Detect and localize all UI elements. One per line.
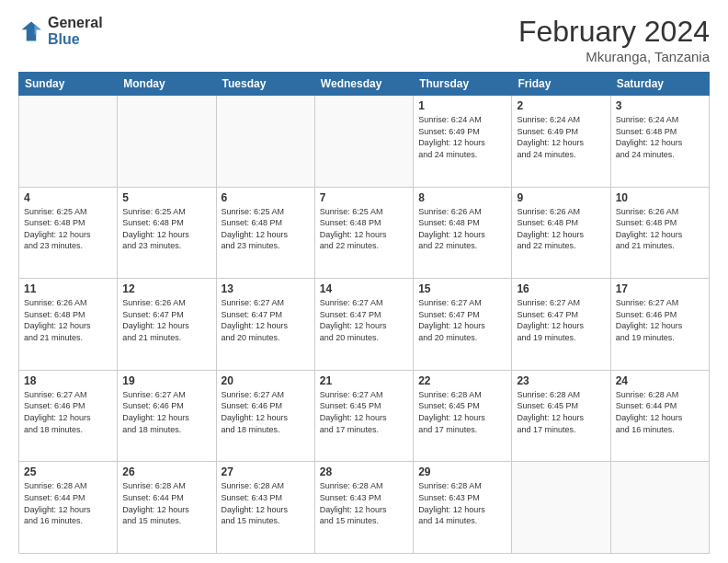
- day-info: Sunrise: 6:27 AM Sunset: 6:47 PM Dayligh…: [222, 297, 310, 343]
- calendar-cell: [19, 96, 118, 188]
- day-info: Sunrise: 6:24 AM Sunset: 6:49 PM Dayligh…: [418, 114, 506, 160]
- calendar-cell: 24Sunrise: 6:28 AM Sunset: 6:44 PM Dayli…: [610, 370, 709, 462]
- day-info: Sunrise: 6:25 AM Sunset: 6:48 PM Dayligh…: [24, 206, 112, 252]
- calendar-cell: 8Sunrise: 6:26 AM Sunset: 6:48 PM Daylig…: [414, 187, 512, 279]
- day-info: Sunrise: 6:28 AM Sunset: 6:44 PM Dayligh…: [616, 389, 704, 435]
- day-info: Sunrise: 6:27 AM Sunset: 6:46 PM Dayligh…: [24, 389, 112, 435]
- calendar-cell: 2Sunrise: 6:24 AM Sunset: 6:49 PM Daylig…: [512, 96, 610, 188]
- day-number: 8: [418, 191, 506, 204]
- day-number: 2: [517, 99, 605, 112]
- calendar-table: SundayMondayTuesdayWednesdayThursdayFrid…: [18, 72, 710, 554]
- day-number: 10: [616, 191, 704, 204]
- day-number: 28: [320, 465, 408, 478]
- day-number: 16: [517, 282, 605, 295]
- header: General Blue February 2024 Mkuranga, Tan…: [18, 15, 710, 64]
- calendar-cell: 22Sunrise: 6:28 AM Sunset: 6:45 PM Dayli…: [414, 370, 512, 462]
- calendar-cell: 19Sunrise: 6:27 AM Sunset: 6:46 PM Dayli…: [118, 370, 216, 462]
- calendar-cell: [216, 96, 314, 188]
- svg-marker-0: [22, 21, 41, 40]
- calendar-cell: 10Sunrise: 6:26 AM Sunset: 6:48 PM Dayli…: [610, 187, 709, 279]
- header-friday: Friday: [512, 73, 610, 96]
- calendar-cell: 9Sunrise: 6:26 AM Sunset: 6:48 PM Daylig…: [512, 187, 610, 279]
- day-number: 9: [517, 191, 605, 204]
- day-number: 14: [320, 282, 408, 295]
- calendar-cell: 21Sunrise: 6:27 AM Sunset: 6:45 PM Dayli…: [314, 370, 413, 462]
- calendar-cell: 3Sunrise: 6:24 AM Sunset: 6:48 PM Daylig…: [610, 96, 709, 188]
- calendar-cell: 6Sunrise: 6:25 AM Sunset: 6:48 PM Daylig…: [216, 187, 314, 279]
- day-info: Sunrise: 6:27 AM Sunset: 6:46 PM Dayligh…: [122, 389, 210, 435]
- calendar-cell: 13Sunrise: 6:27 AM Sunset: 6:47 PM Dayli…: [216, 279, 314, 371]
- calendar-cell: 14Sunrise: 6:27 AM Sunset: 6:47 PM Dayli…: [314, 279, 413, 371]
- header-thursday: Thursday: [414, 73, 512, 96]
- calendar-week-2: 4Sunrise: 6:25 AM Sunset: 6:48 PM Daylig…: [19, 187, 710, 279]
- day-number: 22: [418, 374, 506, 387]
- header-saturday: Saturday: [610, 73, 709, 96]
- day-info: Sunrise: 6:28 AM Sunset: 6:44 PM Dayligh…: [122, 480, 210, 526]
- calendar-cell: 23Sunrise: 6:28 AM Sunset: 6:45 PM Dayli…: [512, 370, 610, 462]
- day-number: 20: [222, 374, 310, 387]
- day-number: 13: [222, 282, 310, 295]
- day-info: Sunrise: 6:26 AM Sunset: 6:48 PM Dayligh…: [616, 206, 704, 252]
- day-number: 25: [24, 465, 112, 478]
- calendar-cell: [118, 96, 216, 188]
- day-info: Sunrise: 6:28 AM Sunset: 6:43 PM Dayligh…: [418, 480, 506, 526]
- header-wednesday: Wednesday: [314, 73, 413, 96]
- svg-marker-1: [35, 25, 41, 35]
- day-info: Sunrise: 6:26 AM Sunset: 6:48 PM Dayligh…: [517, 206, 605, 252]
- calendar-cell: [610, 462, 709, 554]
- day-number: 18: [24, 374, 112, 387]
- logo-icon: [18, 18, 44, 44]
- day-info: Sunrise: 6:28 AM Sunset: 6:45 PM Dayligh…: [418, 389, 506, 435]
- calendar-subtitle: Mkuranga, Tanzania: [518, 49, 710, 64]
- day-number: 4: [24, 191, 112, 204]
- logo-general: General: [48, 15, 103, 31]
- day-info: Sunrise: 6:27 AM Sunset: 6:47 PM Dayligh…: [517, 297, 605, 343]
- day-number: 3: [616, 99, 704, 112]
- calendar-cell: 5Sunrise: 6:25 AM Sunset: 6:48 PM Daylig…: [118, 187, 216, 279]
- day-number: 5: [122, 191, 210, 204]
- day-number: 7: [320, 191, 408, 204]
- calendar-title: February 2024: [518, 15, 710, 49]
- day-number: 21: [320, 374, 408, 387]
- calendar-week-4: 18Sunrise: 6:27 AM Sunset: 6:46 PM Dayli…: [19, 370, 710, 462]
- calendar-cell: 15Sunrise: 6:27 AM Sunset: 6:47 PM Dayli…: [414, 279, 512, 371]
- calendar-cell: 29Sunrise: 6:28 AM Sunset: 6:43 PM Dayli…: [414, 462, 512, 554]
- calendar-cell: 28Sunrise: 6:28 AM Sunset: 6:43 PM Dayli…: [314, 462, 413, 554]
- day-number: 19: [122, 374, 210, 387]
- day-info: Sunrise: 6:28 AM Sunset: 6:43 PM Dayligh…: [222, 480, 310, 526]
- logo-blue: Blue: [48, 31, 103, 48]
- day-number: 6: [222, 191, 310, 204]
- day-number: 26: [122, 465, 210, 478]
- day-info: Sunrise: 6:25 AM Sunset: 6:48 PM Dayligh…: [222, 206, 310, 252]
- day-info: Sunrise: 6:26 AM Sunset: 6:48 PM Dayligh…: [24, 297, 112, 343]
- calendar-week-1: 1Sunrise: 6:24 AM Sunset: 6:49 PM Daylig…: [19, 96, 710, 188]
- calendar-cell: 25Sunrise: 6:28 AM Sunset: 6:44 PM Dayli…: [19, 462, 118, 554]
- day-info: Sunrise: 6:27 AM Sunset: 6:46 PM Dayligh…: [616, 297, 704, 343]
- calendar-cell: [512, 462, 610, 554]
- day-number: 27: [222, 465, 310, 478]
- day-number: 11: [24, 282, 112, 295]
- day-number: 24: [616, 374, 704, 387]
- day-info: Sunrise: 6:28 AM Sunset: 6:43 PM Dayligh…: [320, 480, 408, 526]
- day-info: Sunrise: 6:27 AM Sunset: 6:45 PM Dayligh…: [320, 389, 408, 435]
- day-number: 12: [122, 282, 210, 295]
- header-tuesday: Tuesday: [216, 73, 314, 96]
- calendar-cell: 4Sunrise: 6:25 AM Sunset: 6:48 PM Daylig…: [19, 187, 118, 279]
- day-info: Sunrise: 6:24 AM Sunset: 6:48 PM Dayligh…: [616, 114, 704, 160]
- header-monday: Monday: [118, 73, 216, 96]
- day-number: 15: [418, 282, 506, 295]
- day-info: Sunrise: 6:27 AM Sunset: 6:47 PM Dayligh…: [418, 297, 506, 343]
- calendar-cell: 11Sunrise: 6:26 AM Sunset: 6:48 PM Dayli…: [19, 279, 118, 371]
- day-number: 29: [418, 465, 506, 478]
- day-info: Sunrise: 6:24 AM Sunset: 6:49 PM Dayligh…: [517, 114, 605, 160]
- day-number: 1: [418, 99, 506, 112]
- calendar-cell: 17Sunrise: 6:27 AM Sunset: 6:46 PM Dayli…: [610, 279, 709, 371]
- day-number: 23: [517, 374, 605, 387]
- day-info: Sunrise: 6:27 AM Sunset: 6:47 PM Dayligh…: [320, 297, 408, 343]
- calendar-cell: 20Sunrise: 6:27 AM Sunset: 6:46 PM Dayli…: [216, 370, 314, 462]
- day-info: Sunrise: 6:25 AM Sunset: 6:48 PM Dayligh…: [122, 206, 210, 252]
- day-info: Sunrise: 6:26 AM Sunset: 6:47 PM Dayligh…: [122, 297, 210, 343]
- day-info: Sunrise: 6:28 AM Sunset: 6:44 PM Dayligh…: [24, 480, 112, 526]
- header-sunday: Sunday: [19, 73, 118, 96]
- calendar-cell: 12Sunrise: 6:26 AM Sunset: 6:47 PM Dayli…: [118, 279, 216, 371]
